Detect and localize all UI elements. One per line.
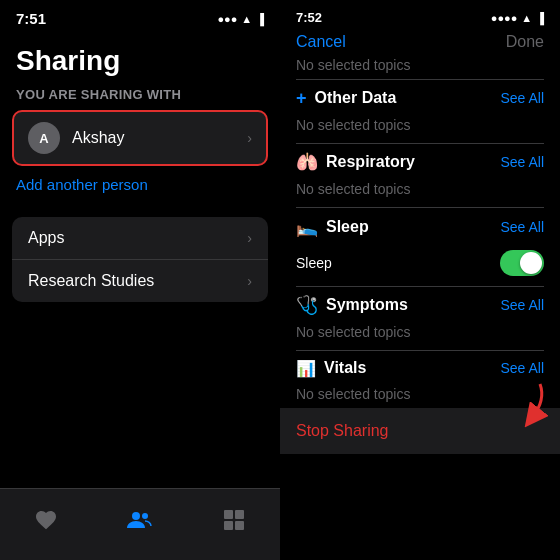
other-data-header: + Other Data See All <box>280 80 560 113</box>
other-data-title-row: + Other Data <box>296 88 396 109</box>
left-panel: 7:51 ●●● ▲ ▐ Sharing You Are Sharing Wit… <box>0 0 280 560</box>
svg-point-0 <box>132 512 140 520</box>
vitals-icon: 📊 <box>296 359 316 378</box>
sleep-icon: 🛌 <box>296 216 318 238</box>
wifi-icon: ▲ <box>241 13 252 25</box>
right-signal-icon: ●●●● <box>491 12 518 24</box>
respiratory-no-topics: No selected topics <box>280 177 560 207</box>
battery-icon: ▐ <box>256 13 264 25</box>
right-status-bar: 7:52 ●●●● ▲ ▐ <box>280 0 560 29</box>
toggle-knob <box>520 252 542 274</box>
tab-sharing[interactable] <box>127 508 153 532</box>
menu-item-research[interactable]: Research Studies › <box>12 259 268 302</box>
respiratory-title-row: 🫁 Respiratory <box>296 151 415 173</box>
symptoms-see-all[interactable]: See All <box>500 297 544 313</box>
right-status-icons: ●●●● ▲ ▐ <box>491 12 544 24</box>
vitals-header: 📊 Vitals See All <box>280 351 560 382</box>
svg-point-1 <box>142 513 148 519</box>
sleep-title: Sleep <box>326 218 369 236</box>
left-status-bar: 7:51 ●●● ▲ ▐ <box>0 0 280 31</box>
respiratory-header: 🫁 Respiratory See All <box>280 143 560 177</box>
menu-section: Apps › Research Studies › <box>12 217 268 302</box>
other-data-no-topics: No selected topics <box>280 113 560 143</box>
vitals-see-all[interactable]: See All <box>500 360 544 376</box>
avatar: A <box>28 122 60 154</box>
other-data-see-all[interactable]: See All <box>500 90 544 106</box>
apps-chevron-icon: › <box>247 230 252 246</box>
vitals-no-topics: No selected topics <box>280 382 560 408</box>
tab-bar <box>0 488 280 560</box>
svg-rect-2 <box>224 510 233 519</box>
page-title: Sharing <box>0 31 280 83</box>
sharing-with-label: You Are Sharing With <box>0 83 280 110</box>
cancel-button[interactable]: Cancel <box>296 33 346 51</box>
contact-row[interactable]: A Akshay › <box>12 110 268 166</box>
svg-rect-4 <box>224 521 233 530</box>
right-scroll-area: No selected topics + Other Data See All … <box>280 59 560 560</box>
tab-browse[interactable] <box>222 508 246 532</box>
left-time: 7:51 <box>16 10 46 27</box>
signal-icon: ●●● <box>217 13 237 25</box>
research-chevron-icon: › <box>247 273 252 289</box>
sleep-row: Sleep <box>280 242 560 286</box>
stop-sharing-button[interactable]: Stop Sharing <box>280 408 560 454</box>
tab-health[interactable] <box>34 508 58 532</box>
sleep-title-row: 🛌 Sleep <box>296 216 369 238</box>
left-status-icons: ●●● ▲ ▐ <box>217 13 264 25</box>
other-data-title: Other Data <box>315 89 397 107</box>
sleep-item-label: Sleep <box>296 255 332 271</box>
symptoms-no-topics: No selected topics <box>280 320 560 350</box>
vitals-title-row: 📊 Vitals <box>296 359 366 378</box>
done-button[interactable]: Done <box>506 33 544 51</box>
sleep-see-all[interactable]: See All <box>500 219 544 235</box>
chevron-icon: › <box>247 130 252 146</box>
add-person-button[interactable]: Add another person <box>0 166 280 203</box>
symptoms-header: 🩺 Symptoms See All <box>280 286 560 320</box>
research-label: Research Studies <box>28 272 154 290</box>
svg-rect-3 <box>235 510 244 519</box>
right-time: 7:52 <box>296 10 322 25</box>
symptoms-icon: 🩺 <box>296 294 318 316</box>
contact-name: Akshay <box>72 129 247 147</box>
svg-rect-5 <box>235 521 244 530</box>
right-panel: 7:52 ●●●● ▲ ▐ Cancel Done No selected to… <box>280 0 560 560</box>
respiratory-see-all[interactable]: See All <box>500 154 544 170</box>
sleep-header: 🛌 Sleep See All <box>280 208 560 242</box>
right-wifi-icon: ▲ <box>521 12 532 24</box>
top-no-topics: No selected topics <box>280 59 560 79</box>
other-data-icon: + <box>296 88 307 109</box>
right-nav: Cancel Done <box>280 29 560 59</box>
menu-item-apps[interactable]: Apps › <box>12 217 268 259</box>
respiratory-title: Respiratory <box>326 153 415 171</box>
symptoms-title: Symptoms <box>326 296 408 314</box>
right-battery-icon: ▐ <box>536 12 544 24</box>
respiratory-icon: 🫁 <box>296 151 318 173</box>
sleep-toggle[interactable] <box>500 250 544 276</box>
symptoms-title-row: 🩺 Symptoms <box>296 294 408 316</box>
vitals-title: Vitals <box>324 359 366 377</box>
apps-label: Apps <box>28 229 64 247</box>
